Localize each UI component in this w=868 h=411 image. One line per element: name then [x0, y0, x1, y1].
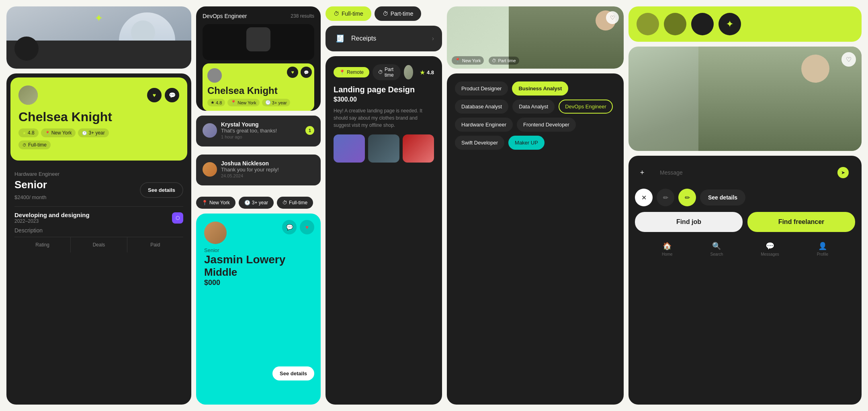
edit-button-dark[interactable]: ✏: [657, 189, 674, 206]
skill-maker-up[interactable]: Maker UP: [508, 136, 545, 150]
skill-devops-engineer[interactable]: DevOps Engineer: [559, 100, 613, 114]
message-header-2: Joshua Nickleson Thank you for your repl…: [203, 160, 314, 178]
filter-type[interactable]: ⏱ Full-time: [277, 197, 313, 209]
divider: [14, 206, 183, 207]
skill-database-analyst[interactable]: Database Analyst: [455, 100, 508, 114]
add-attachment-button[interactable]: +: [635, 165, 649, 180]
see-details-chat-button[interactable]: See details: [700, 189, 745, 206]
see-details-button[interactable]: See details: [140, 182, 183, 198]
time-tag-parttime: ⏱ Part time: [489, 57, 519, 65]
devops-role: DevOps Engineer: [203, 13, 247, 19]
cancel-button[interactable]: ✕: [635, 189, 653, 206]
section-left: ✦ ♥ 💬 Chelsea Knight: [6, 6, 191, 405]
skill-product-designer[interactable]: Product Designer: [455, 81, 508, 96]
role-title: Senior: [14, 179, 47, 191]
mini-rating: ★ 4.8: [207, 99, 225, 106]
location-icon: 📍: [45, 131, 50, 135]
msg-text-1: That's great too, thanks!: [221, 128, 277, 134]
person-large-photo: ♡: [628, 47, 862, 151]
price: $2400/ month: [14, 191, 47, 201]
work-type-tag: ⏱ Full-time: [18, 140, 51, 149]
location-row: 📍 New York ⏱ Part time: [452, 56, 519, 65]
filter-exp[interactable]: 🕐 3+ year: [239, 197, 274, 209]
phone-profile-row: ♥ 💬: [207, 68, 309, 83]
stat-deals: Deals: [71, 237, 127, 252]
jasmin-chat-btn[interactable]: 💬: [282, 220, 297, 234]
experience-tag: 🕐 3+ year: [78, 128, 108, 137]
jasmin-avatar: [204, 222, 227, 244]
mini-tags: ★ 4.8 📍 New York 🕐 3+ year: [207, 99, 309, 106]
skill-business-analyst[interactable]: Business Analyst: [512, 81, 568, 96]
time-icon: ⏱: [492, 58, 496, 63]
person-large-figure: [698, 47, 862, 151]
price-row: Senior $2400/ month See details: [14, 179, 183, 201]
find-job-button[interactable]: Find job: [635, 212, 743, 232]
nav-messages[interactable]: 💬 Messages: [761, 242, 779, 256]
nav-search[interactable]: 🔍 Search: [710, 242, 723, 256]
heart-btn-large[interactable]: ♡: [841, 52, 856, 67]
stats-row: Rating Deals Paid: [14, 237, 183, 252]
section-center: ⏱ Full-time ⏱ Part-time 🧾 Receipts › 📍 R…: [326, 6, 442, 405]
find-freelancer-button[interactable]: Find freelancer: [747, 212, 855, 232]
jasmin-heart-btn[interactable]: ♥: [300, 220, 314, 234]
message-card-2[interactable]: Joshua Nickleson Thank you for your repl…: [196, 155, 321, 185]
jasmin-see-details-button[interactable]: See details: [272, 366, 314, 380]
send-button[interactable]: ➤: [837, 167, 849, 178]
profile-name: Chelsea Knight: [18, 110, 179, 124]
receipt-icon: 🧾: [334, 32, 346, 45]
skills-grid: Product Designer Business Analyst Databa…: [455, 81, 616, 150]
parttime-pill[interactable]: ⏱ Part-time: [375, 6, 422, 21]
filter-location[interactable]: 📍 New York: [196, 197, 235, 209]
skill-swift-developer[interactable]: Swift Developer: [455, 136, 504, 150]
heart-btn[interactable]: ♥: [287, 67, 298, 78]
msg-time-1: 1 hour ago: [221, 134, 277, 139]
search-icon: 🔍: [712, 242, 721, 250]
description-label: Description: [14, 227, 183, 234]
mini-avatar: [207, 68, 222, 83]
skill-frontend-developer[interactable]: Frontend Developer: [517, 118, 576, 132]
home-icon: 🏠: [663, 242, 671, 250]
color-circles-card: ✦: [628, 6, 862, 42]
message-placeholder: Message: [660, 169, 683, 176]
action-buttons: ♥ 💬: [147, 88, 179, 102]
skills-card: Product Designer Business Analyst Databa…: [447, 73, 624, 405]
rating-tag: ★ 4.8: [18, 128, 39, 137]
portfolio-img-1: [334, 134, 365, 163]
phone-mockup: DevOps Engineer 238 results ♥ 💬 Chelsea …: [196, 6, 321, 111]
remote-icon: 📍: [339, 69, 345, 75]
heart-overlay-button[interactable]: ♡: [606, 11, 619, 24]
location-tag: 📍 New York: [41, 128, 76, 137]
device-image: [246, 27, 270, 51]
rating-value: 4.8: [427, 69, 434, 75]
message-button[interactable]: 💬: [165, 88, 179, 102]
jasmin-level: Senior: [204, 247, 313, 253]
profile-icon: 👤: [818, 242, 827, 250]
skill-data-analyst[interactable]: Data Analyst: [512, 100, 555, 114]
jasmin-name: Jasmin Lowery: [204, 253, 313, 266]
profile-card-main: ♥ 💬 Chelsea Knight ★ 4.8 📍 New York: [6, 73, 191, 405]
work-entry: Developing and designing 2022–2023 ⬡: [14, 212, 183, 224]
chelsea-name: Chelsea Knight: [207, 85, 309, 96]
edit-button-lime[interactable]: ✏: [678, 189, 696, 206]
favorite-button[interactable]: ♥: [147, 88, 162, 102]
nav-home[interactable]: 🏠 Home: [662, 242, 673, 256]
person-top-card: ✦: [6, 6, 191, 69]
message-card-1[interactable]: Krystal Young That's great too, thanks! …: [196, 116, 321, 146]
fulltime-pill[interactable]: ⏱ Full-time: [326, 6, 371, 21]
stat-rating: Rating: [14, 237, 71, 252]
phone-screen: [203, 24, 314, 60]
work-icon: ⬡: [172, 212, 183, 224]
profile-avatar-row: ♥ 💬: [18, 85, 179, 105]
work-date: 2022–2023: [14, 218, 90, 224]
person-large-head: [801, 55, 829, 83]
location-icon: 📍: [455, 58, 461, 63]
receipts-card[interactable]: 🧾 Receipts ›: [326, 26, 442, 51]
msg-avatar-1: [203, 123, 217, 138]
message-input-area[interactable]: Message ➤: [653, 162, 855, 183]
lime-phone-screen: ♥ 💬 Chelsea Knight ★ 4.8 📍 New York 🕐 3+…: [203, 63, 314, 111]
msg-name-1: Krystal Young: [221, 121, 277, 128]
skill-hardware-engineer[interactable]: Hardware Engineer: [455, 118, 513, 132]
sparkle-icon: ✦: [94, 12, 103, 24]
nav-profile[interactable]: 👤 Profile: [817, 242, 828, 256]
chat-btn[interactable]: 💬: [301, 67, 312, 78]
